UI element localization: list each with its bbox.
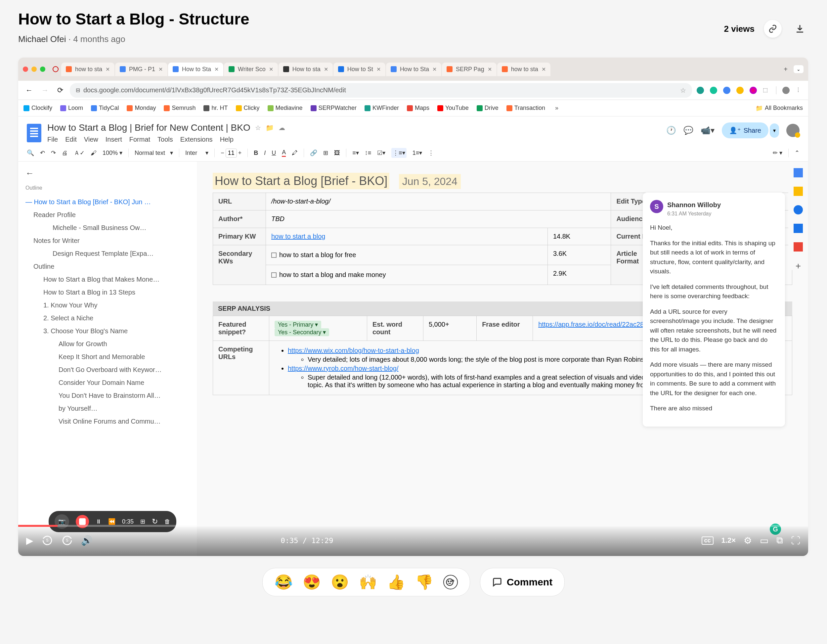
comment-thread[interactable]: S Shannon Willoby 6:31 AM Yesterday Hi N… <box>643 192 785 427</box>
close-tab-icon[interactable]: ✕ <box>541 66 546 72</box>
browser-menu-icon[interactable]: ⋮ <box>796 87 803 94</box>
cloud-status-icon[interactable]: ☁ <box>279 124 285 132</box>
maps-icon[interactable] <box>794 242 803 252</box>
outline-item[interactable]: — How to Start a Blog [Brief - BKO] Jun … <box>25 195 190 208</box>
close-window[interactable] <box>23 67 28 72</box>
minimize-window[interactable] <box>31 67 37 72</box>
bookmark-item[interactable]: Drive <box>477 105 499 111</box>
bold-button[interactable]: B <box>254 150 258 156</box>
add-emoji-button[interactable] <box>443 575 458 589</box>
forward-button[interactable]: → <box>39 84 51 97</box>
redo-button[interactable]: ↷ <box>51 149 56 156</box>
bookmark-item[interactable]: SERPWatcher <box>311 105 357 111</box>
calendar-icon[interactable] <box>794 168 803 177</box>
checkbox-icon[interactable] <box>271 253 276 258</box>
share-dropdown[interactable]: ▾ <box>770 123 779 138</box>
fullscreen-button[interactable]: ⛶ <box>791 535 800 546</box>
outline-item[interactable]: 2. Select a Niche <box>25 312 190 325</box>
browser-tab[interactable]: How to Sta✕ <box>386 63 441 76</box>
outline-item[interactable]: Notes for Writer <box>25 234 190 247</box>
document-title[interactable]: How to Start a Blog | Brief for New Cont… <box>47 122 250 133</box>
browser-tab[interactable]: how to sta✕ <box>497 63 551 76</box>
bookmark-item[interactable]: Loom <box>60 105 83 111</box>
insert-link-button[interactable]: 🔗 <box>310 149 317 156</box>
canvas-button[interactable]: ⊞ <box>140 518 145 525</box>
docs-menu-item[interactable]: Edit <box>65 136 76 143</box>
checkbox-icon[interactable] <box>271 272 276 278</box>
add-comment-button[interactable]: ⊞ <box>323 149 328 156</box>
play-button[interactable]: ▶ <box>26 535 33 546</box>
outline-item[interactable]: Don't Go Overboard with Keywor… <box>25 363 190 376</box>
window-controls[interactable] <box>23 67 45 72</box>
keep-icon[interactable] <box>794 187 803 196</box>
move-icon[interactable]: 📁 <box>266 124 274 132</box>
outline-item[interactable]: by Yourself… <box>25 402 190 415</box>
browser-tab[interactable]: How to St✕ <box>334 63 385 76</box>
maximize-window[interactable] <box>40 67 45 72</box>
docs-menu-item[interactable]: Tools <box>158 136 173 143</box>
tasks-icon[interactable] <box>794 205 803 214</box>
author-name[interactable]: Michael Ofei <box>18 34 66 44</box>
site-info-icon[interactable]: ⊟ <box>76 87 80 93</box>
bulleted-list-button[interactable]: ⋮≡▾ <box>391 148 407 158</box>
paint-format-button[interactable]: 🖌 <box>91 150 97 156</box>
search-icon[interactable]: 🔍 <box>27 149 34 156</box>
docs-menu-item[interactable]: View <box>84 136 98 143</box>
text-color-button[interactable]: A <box>282 149 286 157</box>
insert-image-button[interactable]: 🖼 <box>334 150 340 156</box>
back-button[interactable]: ← <box>23 84 35 97</box>
emoji-reaction[interactable]: 👍 <box>387 574 405 591</box>
account-avatar[interactable] <box>786 124 799 137</box>
captions-button[interactable]: cc <box>702 536 713 545</box>
extension-icon[interactable] <box>750 87 757 94</box>
bookmarks-overflow[interactable]: » <box>555 105 559 111</box>
profile-avatar[interactable] <box>782 87 790 94</box>
close-tab-icon[interactable]: ✕ <box>269 66 273 72</box>
close-tab-icon[interactable]: ✕ <box>158 66 163 72</box>
outline-item[interactable]: Visit Online Forums and Commu… <box>25 415 190 428</box>
outline-item[interactable]: Outline <box>25 260 190 273</box>
docs-menu-item[interactable]: File <box>47 136 58 143</box>
tab-dropdown[interactable]: ⌄ <box>794 65 804 73</box>
highlight-button[interactable]: 🖍 <box>292 150 298 156</box>
zoom-select[interactable]: 100% ▾ <box>103 149 122 156</box>
extension-icon[interactable] <box>723 87 730 94</box>
close-tab-icon[interactable]: ✕ <box>376 66 381 72</box>
download-button[interactable] <box>791 20 809 38</box>
outline-item[interactable]: Keep It Short and Memorable <box>25 350 190 363</box>
bookmark-item[interactable]: YouTube <box>437 105 469 111</box>
comment-button[interactable]: Comment <box>480 568 565 596</box>
copy-link-button[interactable] <box>764 20 782 38</box>
outline-item[interactable]: How to Start a Blog in 13 Steps <box>25 286 190 299</box>
emoji-reaction[interactable]: 😂 <box>275 574 293 591</box>
bookmark-item[interactable]: TidyCal <box>91 105 119 111</box>
settings-button[interactable]: ⚙ <box>744 535 752 546</box>
add-addon-icon[interactable]: + <box>794 261 803 270</box>
browser-tab[interactable]: PMG - P1✕ <box>115 63 167 76</box>
increase-font-button[interactable]: + <box>238 150 242 156</box>
print-button[interactable]: 🖨 <box>62 150 68 156</box>
all-bookmarks-button[interactable]: 📁 All Bookmarks <box>755 105 803 112</box>
font-size-input[interactable] <box>226 148 237 158</box>
star-icon[interactable]: ☆ <box>255 124 261 132</box>
checklist-button[interactable]: ☑▾ <box>377 149 385 156</box>
bookmark-item[interactable]: hr. HT <box>203 105 228 111</box>
pause-button[interactable]: ⏸ <box>95 518 101 525</box>
editing-mode-button[interactable]: ✏ ▾ <box>773 149 782 156</box>
outline-item[interactable]: 1. Know Your Why <box>25 299 190 312</box>
outline-item[interactable]: Consider Your Domain Name <box>25 376 190 389</box>
forward-5-button[interactable]: 5 <box>61 535 73 546</box>
outline-item[interactable]: How to Start a Blog that Makes Mone… <box>25 273 190 286</box>
video-player[interactable]: how to sta✕PMG - P1✕How to Sta✕Writer Sc… <box>18 58 808 556</box>
emoji-reaction[interactable]: 😮 <box>331 574 349 591</box>
close-tab-icon[interactable]: ✕ <box>106 66 110 72</box>
pip-button[interactable]: ⧉ <box>776 535 783 546</box>
outline-item[interactable]: You Don't Have to Brainstorm All… <box>25 389 190 402</box>
browser-tab[interactable]: How to Sta✕ <box>168 63 223 76</box>
bookmark-item[interactable]: Semrush <box>164 105 195 111</box>
undo-button[interactable]: ↶ <box>40 149 45 156</box>
comments-icon[interactable]: 💬 <box>683 126 693 135</box>
bookmark-item[interactable]: Clockify <box>23 105 52 111</box>
extension-icon[interactable] <box>736 87 744 94</box>
new-tab-button[interactable]: + <box>780 64 791 75</box>
